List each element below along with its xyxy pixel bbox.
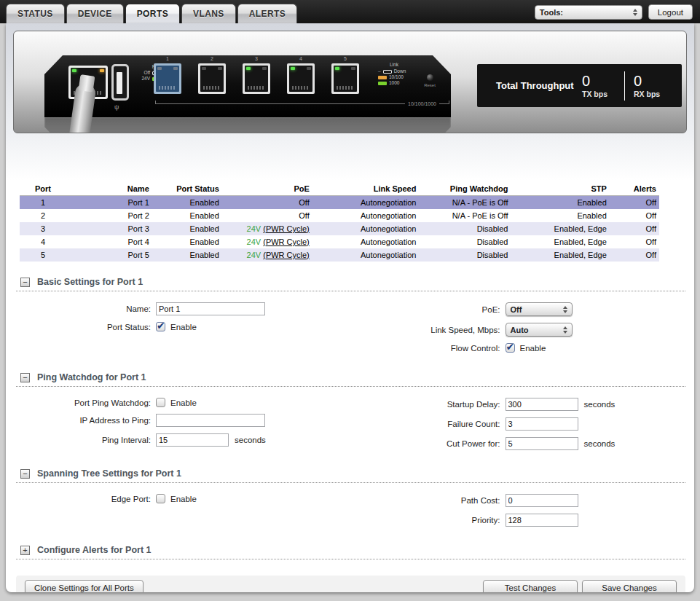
port-status-label: Port Status: (16, 323, 156, 331)
tab-vlans[interactable]: VLANS (181, 4, 236, 23)
poe-value: 24V (247, 224, 261, 233)
reset-label: Reset (420, 83, 439, 87)
port-row-2[interactable]: 2Port 2Enabled Off AutonegotiationN/A - … (20, 209, 659, 222)
clone-settings-button[interactable]: Clone Settings for All Ports (25, 580, 143, 592)
collapse-icon[interactable]: − (20, 469, 30, 479)
port-1-led-right (173, 67, 178, 70)
collapse-icon[interactable]: − (20, 373, 30, 382)
ip-address-label: IP Address to Ping: (16, 416, 156, 425)
usb-port (111, 64, 129, 101)
port-row-5[interactable]: 5Port 5Enabled 24V (PWR Cycle) Autonegot… (20, 248, 659, 262)
col-name: Name (66, 182, 152, 196)
reset-button (427, 74, 433, 81)
pwr-cycle-link[interactable]: (PWR Cycle) (263, 251, 310, 259)
rx-unit-label: RX bps (634, 90, 676, 98)
port-1-led-left (157, 67, 162, 70)
port-block-3: 3 (243, 56, 270, 94)
poe-value: Off (299, 198, 309, 207)
ping-interval-input[interactable] (156, 433, 229, 447)
flow-control-checkbox[interactable] (506, 343, 515, 353)
collapse-icon[interactable]: − (20, 278, 30, 287)
startup-delay-input[interactable] (506, 398, 578, 411)
port-name-input[interactable] (156, 302, 265, 315)
col-link-speed: Link Speed (312, 182, 420, 196)
enable-label: Enable (170, 323, 197, 331)
col-ping-watchdog: Ping Watchdog (419, 182, 511, 196)
section-spanning-tree: − Spanning Tree Settings for Port 1 Edge… (16, 468, 685, 533)
port-row-4[interactable]: 4Port 4Enabled 24V (PWR Cycle) Autonegot… (20, 235, 659, 248)
port-row-1[interactable]: 1Port 1Enabled Off AutonegotiationN/A - … (20, 196, 659, 210)
col-alerts: Alerts (610, 182, 659, 196)
col-port: Port (20, 182, 66, 196)
enable-label: Enable (170, 495, 197, 503)
tx-unit-label: TX bps (582, 90, 624, 98)
port-status-checkbox[interactable] (156, 322, 165, 331)
priority-input[interactable] (506, 514, 578, 527)
link-1000-swatch-icon (378, 82, 387, 85)
pwr-cycle-link[interactable]: (PWR Cycle) (263, 237, 310, 246)
device-banner: ψ PoE Off 24V 1 2 (13, 31, 687, 133)
port-ping-watchdog-checkbox[interactable] (156, 398, 165, 407)
port-ping-watchdog-label: Port Ping Watchdog: (16, 398, 156, 407)
port-3-led-right (262, 67, 267, 70)
test-changes-button[interactable]: Test Changes (483, 580, 578, 592)
port-block-5: 5 (331, 56, 359, 94)
ip-address-input[interactable] (156, 414, 265, 427)
poe-value: 24V (247, 251, 261, 259)
throughput-divider (624, 71, 625, 101)
ports-table: Port Name Port Status PoE Link Speed Pin… (20, 182, 659, 262)
port-5-jack[interactable] (331, 63, 359, 94)
top-tab-bar: STATUS DEVICE PORTS VLANS ALERTS Tools: … (0, 0, 700, 23)
link-10100-swatch-icon (378, 76, 387, 79)
link-legend-title: Link (390, 62, 425, 68)
poe-select[interactable]: Off (506, 302, 573, 316)
pwr-cycle-link[interactable]: (PWR Cycle) (263, 224, 310, 233)
path-cost-input[interactable] (506, 494, 578, 507)
flow-control-label: Flow Control: (351, 344, 506, 353)
section-ping-watchdog: − Ping Watchdog for Port 1 Port Ping Wat… (16, 372, 685, 457)
logout-button[interactable]: Logout (648, 4, 693, 20)
link-1000-label: 1000 (389, 80, 399, 86)
col-stp: STP (511, 182, 609, 196)
port-4-jack[interactable] (287, 63, 315, 94)
poe-off-label: Off (143, 70, 150, 76)
failure-count-input[interactable] (506, 417, 578, 431)
section-title: Configure Alerts for Port 1 (37, 545, 152, 555)
tools-dropdown[interactable]: Tools: (535, 5, 642, 20)
link-legend: Link –Down 10/100 1000 (378, 62, 425, 86)
switch-reflection (44, 117, 451, 133)
table-header-row: Port Name Port Status PoE Link Speed Pin… (20, 182, 659, 196)
action-bar: Clone Settings for All Ports Test Change… (16, 576, 685, 592)
section-title: Spanning Tree Settings for Port 1 (37, 468, 181, 479)
save-changes-button[interactable]: Save Changes (582, 580, 677, 592)
link-down-swatch-icon (383, 70, 392, 74)
link-dash: – (378, 68, 381, 74)
col-poe: PoE (222, 182, 312, 196)
seconds-label: seconds (584, 439, 616, 448)
expand-icon[interactable]: + (20, 546, 30, 555)
tab-device[interactable]: DEVICE (66, 4, 124, 23)
section-configure-alerts: + Configure Alerts for Port 1 (16, 545, 685, 559)
cut-power-input[interactable] (506, 437, 578, 450)
startup-delay-label: Startup Delay: (351, 400, 506, 409)
port-3-jack[interactable] (243, 63, 270, 94)
poe-value: 24V (247, 237, 261, 246)
port-1-jack[interactable] (154, 63, 181, 94)
port-2-led-left (202, 67, 206, 70)
tx-group: 0 TX bps (582, 74, 624, 98)
throughput-panel: Total Throughput 0 TX bps 0 RX bps (477, 64, 682, 107)
port-4-number: 4 (287, 56, 315, 61)
port-2-jack[interactable] (198, 63, 226, 94)
port-block-1: 1 (154, 56, 181, 94)
tab-ports[interactable]: PORTS (125, 4, 180, 23)
edge-port-checkbox[interactable] (156, 494, 165, 503)
link-speed-select[interactable]: Auto (506, 323, 573, 337)
stepper-icon (563, 306, 567, 313)
seconds-label: seconds (235, 436, 266, 444)
failure-count-label: Failure Count: (351, 420, 506, 428)
usb-icon: ψ (114, 103, 119, 111)
tab-status[interactable]: STATUS (6, 4, 65, 23)
switch-device: ψ PoE Off 24V 1 2 (44, 55, 451, 117)
tab-alerts[interactable]: ALERTS (237, 4, 297, 23)
port-row-3[interactable]: 3Port 3Enabled 24V (PWR Cycle) Autonegot… (20, 222, 659, 235)
